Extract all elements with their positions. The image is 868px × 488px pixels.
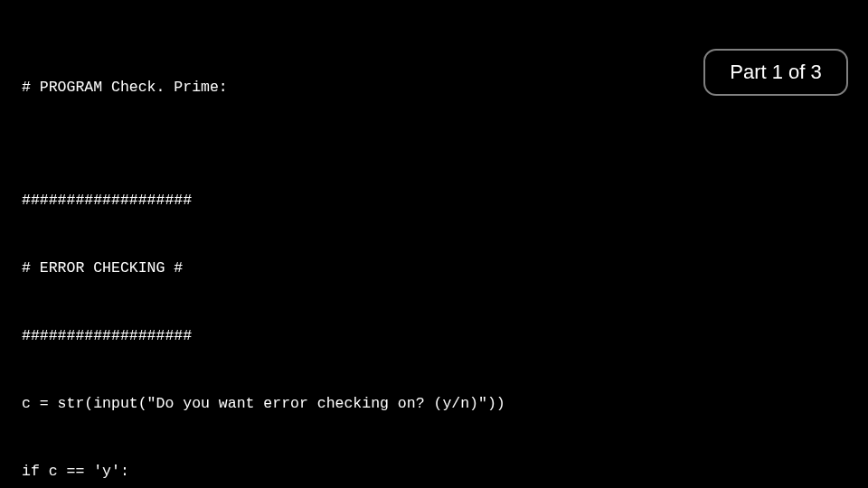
code-block: # PROGRAM Check. Prime: ################… [22, 31, 505, 488]
code-line: ################### [22, 324, 505, 347]
part-badge: Part 1 of 3 [703, 49, 848, 96]
code-line: ################### [22, 189, 505, 211]
code-line: # PROGRAM Check. Prime: [22, 76, 505, 99]
code-line: # ERROR CHECKING # [22, 257, 505, 279]
part-badge-label: Part 1 of 3 [730, 61, 822, 84]
code-line: c = str(input("Do you want error checkin… [22, 392, 505, 415]
code-line: if c == 'y': [22, 460, 505, 483]
